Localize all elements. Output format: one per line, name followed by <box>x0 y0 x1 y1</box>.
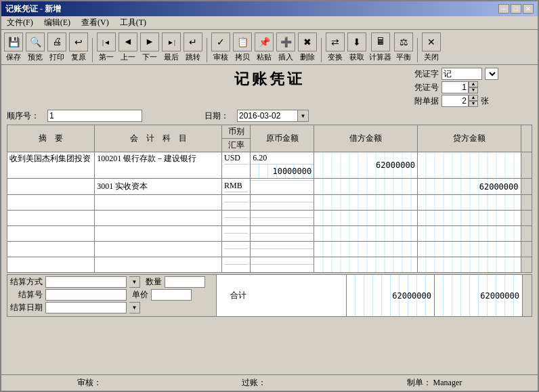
row1-currency[interactable]: USD <box>222 152 251 179</box>
settle-date-input[interactable] <box>45 302 127 313</box>
row1-summary[interactable]: 收到美国杰利集团投资 <box>7 152 95 179</box>
settle-date-dropdown[interactable]: ▼ <box>129 302 140 313</box>
row5-debit[interactable] <box>314 226 418 242</box>
voucher-no-up-btn[interactable]: ▲ <box>469 81 478 87</box>
row7-debit[interactable] <box>314 257 418 273</box>
row7-rate[interactable] <box>251 257 314 273</box>
settle-method-dropdown[interactable]: ▼ <box>129 276 140 288</box>
footer-post-label: 过账： <box>242 378 266 387</box>
settle-method-label: 结算方式 <box>10 276 43 288</box>
review-icon: ✓ <box>211 32 230 51</box>
settle-quantity-input[interactable] <box>165 276 205 288</box>
settle-method-input[interactable] <box>45 276 127 288</box>
row5-summary[interactable] <box>7 226 95 242</box>
row1-debit[interactable]: 62000000 <box>314 152 418 179</box>
row5-currency[interactable] <box>222 226 251 242</box>
menu-tools[interactable]: 工具(T) <box>117 16 149 29</box>
row3-account[interactable] <box>95 195 222 211</box>
th-credit: 贷方金额 <box>417 125 521 152</box>
balance-button[interactable]: ⚖ 平衡 <box>394 32 413 62</box>
first-button[interactable]: |◄ 第一 <box>97 32 116 62</box>
calculator-button[interactable]: 🖩 计算器 <box>369 32 391 62</box>
row7-credit[interactable] <box>417 257 521 273</box>
restore-button[interactable]: ↩ 复原 <box>69 32 88 62</box>
row1-rate-original[interactable]: 6.20 10000000 <box>251 152 314 179</box>
attachment-up-btn[interactable]: ▲ <box>469 95 478 101</box>
preview-button[interactable]: 🔍 预览 <box>26 32 45 62</box>
attachment-spinner-btns: ▲ ▼ <box>469 95 478 107</box>
review-button[interactable]: ✓ 审核 <box>211 32 230 62</box>
row6-rate[interactable] <box>251 242 314 257</box>
row5-rate[interactable] <box>251 226 314 242</box>
delete-button[interactable]: ✖ 删除 <box>298 32 317 62</box>
row1-credit[interactable] <box>417 152 521 179</box>
insert-button[interactable]: ➕ 插入 <box>276 32 295 62</box>
table-row: 3001 实收资本 RMB 62000000 <box>7 179 532 195</box>
row4-rate[interactable] <box>251 211 314 226</box>
close-window-button[interactable]: ✕ 关闭 <box>422 32 441 62</box>
row2-credit[interactable]: 62000000 <box>417 179 521 195</box>
jump-button[interactable]: ↵ 跳转 <box>184 32 202 62</box>
voucher-no-down-btn[interactable]: ▼ <box>469 87 478 93</box>
settle-number-input[interactable] <box>45 289 127 301</box>
menu-file[interactable]: 文件(F) <box>4 16 36 29</box>
date-input[interactable] <box>237 110 298 122</box>
row3-currency[interactable] <box>222 195 251 211</box>
th-currency-label: 币别 <box>222 125 250 139</box>
fetch-button[interactable]: ⬇ 获取 <box>347 32 366 62</box>
row3-rate[interactable] <box>251 195 314 211</box>
minimize-button[interactable]: ─ <box>498 4 509 14</box>
paste-button[interactable]: 📌 粘贴 <box>255 32 274 62</box>
convert-button[interactable]: ⇄ 变换 <box>326 32 345 62</box>
row5-credit[interactable] <box>417 226 521 242</box>
row6-debit[interactable] <box>314 242 418 257</box>
date-field: ▼ <box>237 110 309 122</box>
row6-account[interactable] <box>95 242 222 257</box>
last-button[interactable]: ►| 最后 <box>162 32 181 62</box>
date-dropdown-btn[interactable]: ▼ <box>298 110 309 122</box>
table-row <box>7 211 532 226</box>
row6-currency[interactable] <box>222 242 251 257</box>
row2-rate-original[interactable] <box>251 179 314 195</box>
row1-account[interactable]: 100201 银行存款－建设银行 <box>95 152 222 179</box>
row6-summary[interactable] <box>7 242 95 257</box>
row7-summary[interactable] <box>7 257 95 273</box>
restore-icon: ↩ <box>69 32 88 51</box>
row2-currency[interactable]: RMB <box>222 179 251 195</box>
jump-icon: ↵ <box>184 32 202 51</box>
row4-account[interactable] <box>95 211 222 226</box>
row4-currency[interactable] <box>222 211 251 226</box>
seq-input[interactable] <box>47 110 142 122</box>
close-button[interactable]: ✕ <box>523 4 534 14</box>
attachment-input[interactable] <box>441 95 469 107</box>
row3-credit[interactable] <box>417 195 521 211</box>
copy-button[interactable]: 📋 拷贝 <box>233 32 252 62</box>
voucher-type-dropdown[interactable] <box>485 68 498 80</box>
maximize-button[interactable]: □ <box>511 4 521 14</box>
voucher-no-input[interactable] <box>441 81 469 93</box>
row2-summary[interactable] <box>7 179 95 195</box>
row7-account[interactable] <box>95 257 222 273</box>
print-button[interactable]: 🖨 打印 <box>47 32 66 62</box>
row3-summary[interactable] <box>7 195 95 211</box>
row5-account[interactable] <box>95 226 222 242</box>
footer-create: 制单： Manager <box>407 377 462 389</box>
voucher-type-input[interactable] <box>441 68 482 80</box>
row2-debit[interactable] <box>314 179 418 195</box>
row4-credit[interactable] <box>417 211 521 226</box>
row7-currency[interactable] <box>222 257 251 273</box>
settle-unitprice-input[interactable] <box>151 289 192 301</box>
row6-credit[interactable] <box>417 242 521 257</box>
row2-account[interactable]: 3001 实收资本 <box>95 179 222 195</box>
next-button[interactable]: ► 下一 <box>140 32 159 62</box>
row4-summary[interactable] <box>7 211 95 226</box>
next-icon: ► <box>140 32 159 51</box>
prev-button[interactable]: ◄ 上一 <box>118 32 137 62</box>
th-original: 原币金额 <box>251 125 314 152</box>
row4-debit[interactable] <box>314 211 418 226</box>
menu-edit[interactable]: 编辑(E) <box>41 16 73 29</box>
menu-view[interactable]: 查看(V) <box>79 16 112 29</box>
save-button[interactable]: 💾 保存 <box>4 32 23 62</box>
attachment-down-btn[interactable]: ▼ <box>469 101 478 107</box>
row3-debit[interactable] <box>314 195 418 211</box>
